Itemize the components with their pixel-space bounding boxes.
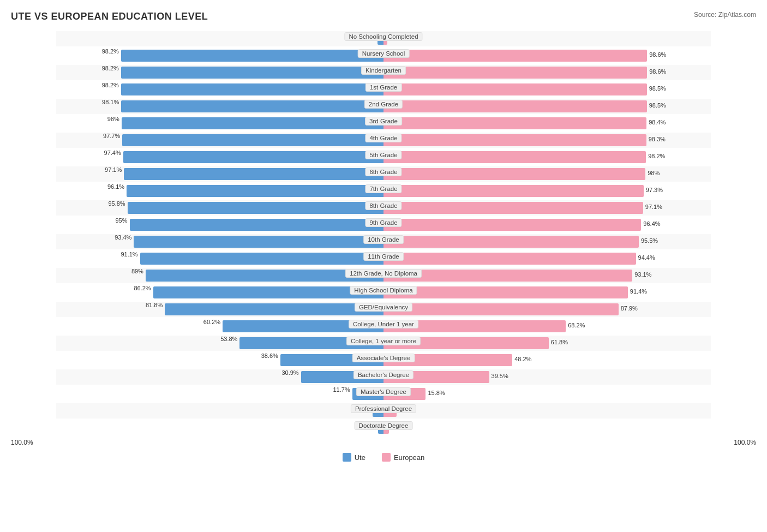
bar-row: 60.2%68.2%College, Under 1 year — [56, 319, 711, 334]
ute-bar — [122, 134, 384, 146]
european-bar — [384, 185, 644, 197]
bar-row: 89%93.1%12th Grade, No Diploma — [56, 268, 711, 283]
european-value: 98.3% — [649, 136, 666, 142]
european-bar — [384, 100, 647, 112]
bar-label: 9th Grade — [365, 218, 402, 227]
ute-value: 30.9% — [281, 369, 298, 376]
axis-right-label: 100.0% — [734, 439, 756, 446]
bar-label: 8th Grade — [365, 201, 402, 210]
european-bar — [384, 50, 647, 62]
european-color-swatch — [382, 453, 391, 462]
bar-label: Master's Degree — [356, 387, 411, 396]
european-value: 97.1% — [645, 204, 662, 210]
chart-title: UTE VS EUROPEAN EDUCATION LEVEL — [11, 11, 208, 22]
bar-label: GED/Equivalency — [355, 303, 412, 312]
ute-bar — [121, 50, 384, 62]
bar-label: College, 1 year or more — [346, 337, 421, 345]
bar-row: 98.1%98.5%2nd Grade — [56, 99, 711, 114]
ute-value: 98.1% — [102, 99, 119, 105]
european-bar — [384, 219, 641, 231]
bar-row: 95%96.4%9th Grade — [56, 217, 711, 232]
bar-row: 98.2%98.6%Nursery School — [56, 48, 711, 63]
european-value: 87.9% — [621, 305, 638, 312]
european-value: 48.2% — [514, 356, 531, 362]
ute-color-swatch — [343, 453, 351, 462]
ute-value: 97.7% — [103, 133, 120, 139]
chart-inner: 2.3%1.5%No Schooling Completed98.2%98.6%… — [56, 31, 711, 435]
bar-row: 91.1%94.4%11th Grade — [56, 251, 711, 266]
european-value: 95.5% — [641, 237, 658, 244]
ute-value: 98.2% — [102, 48, 119, 55]
bar-label: Professional Degree — [351, 404, 416, 413]
european-bar — [384, 202, 643, 214]
bar-label: No Schooling Completed — [344, 32, 422, 41]
bar-row: 98.2%98.5%1st Grade — [56, 82, 711, 97]
ute-value: 38.6% — [261, 352, 278, 359]
european-value: 98.4% — [649, 119, 666, 125]
legend-ute: Ute — [343, 453, 365, 462]
ute-bar — [122, 117, 384, 129]
bar-row: 86.2%91.4%High School Diploma — [56, 285, 711, 300]
ute-bar — [153, 286, 384, 298]
ute-bar — [140, 253, 384, 265]
bar-label: 2nd Grade — [364, 100, 403, 109]
ute-bar — [121, 100, 384, 112]
bar-row: 97.4%98.2%5th Grade — [56, 150, 711, 165]
legend: Ute European — [11, 453, 756, 462]
ute-value: 89% — [131, 268, 143, 274]
ute-bar — [130, 219, 384, 231]
bar-row: 11.7%15.8%Master's Degree — [56, 386, 711, 402]
bar-label: Doctorate Degree — [355, 421, 413, 430]
chart-source: Source: ZipAtlas.com — [694, 11, 756, 19]
bar-label: 5th Grade — [365, 151, 402, 159]
european-bar — [384, 117, 646, 129]
bar-label: 7th Grade — [365, 184, 402, 193]
ute-value: 98% — [107, 116, 119, 122]
bar-row: 38.6%48.2%Associate's Degree — [56, 352, 711, 368]
ute-value: 98.2% — [102, 65, 119, 71]
european-value: 98.2% — [648, 153, 665, 159]
european-value: 93.1% — [634, 271, 651, 278]
european-value: 15.8% — [428, 390, 445, 396]
bar-label: High School Diploma — [350, 286, 417, 295]
ute-bar — [121, 67, 384, 79]
bar-label: 11th Grade — [363, 252, 404, 261]
ute-bar — [127, 185, 384, 197]
bar-row: 2.3%1.5%No Schooling Completed — [56, 31, 711, 46]
european-value: 94.4% — [638, 254, 655, 261]
ute-value: 97.1% — [105, 166, 122, 173]
chart-container: UTE VS EUROPEAN EDUCATION LEVEL Source: … — [11, 11, 756, 462]
bar-row: 95.8%97.1%8th Grade — [56, 200, 711, 216]
chart-header: UTE VS EUROPEAN EDUCATION LEVEL Source: … — [11, 11, 756, 22]
european-value: 98% — [648, 170, 660, 176]
legend-european: European — [382, 453, 424, 462]
european-bar — [384, 67, 647, 79]
bar-row: 4%4.8%Professional Degree — [56, 403, 711, 419]
ute-bar — [128, 202, 384, 214]
european-value: 68.2% — [568, 322, 585, 328]
european-value: 61.8% — [551, 339, 568, 345]
bar-row: 96.1%97.3%7th Grade — [56, 183, 711, 199]
axis-labels: 100.0% 100.0% — [11, 439, 756, 446]
bar-row: 98%98.4%3rd Grade — [56, 116, 711, 131]
bar-row: 97.7%98.3%4th Grade — [56, 133, 711, 148]
bar-label: Nursery School — [358, 49, 410, 58]
european-bar — [384, 303, 619, 315]
bar-row: 81.8%87.9%GED/Equivalency — [56, 302, 711, 317]
ute-value: 86.2% — [134, 285, 151, 291]
bar-row: 53.8%61.8%College, 1 year or more — [56, 336, 711, 351]
bar-label: College, Under 1 year — [349, 320, 418, 328]
european-bar — [384, 168, 645, 180]
ute-value: 95.8% — [108, 200, 125, 207]
ute-value: 60.2% — [203, 319, 220, 325]
european-bar — [384, 286, 628, 298]
ute-value: 95% — [115, 217, 127, 224]
european-value: 98.5% — [649, 102, 666, 109]
bar-label: Bachelor's Degree — [353, 370, 414, 379]
ute-bar — [123, 151, 384, 163]
european-bar — [384, 151, 646, 163]
european-value: 97.3% — [646, 187, 663, 193]
european-bar — [384, 236, 639, 248]
ute-value: 91.1% — [121, 251, 137, 258]
ute-bar — [134, 236, 384, 248]
